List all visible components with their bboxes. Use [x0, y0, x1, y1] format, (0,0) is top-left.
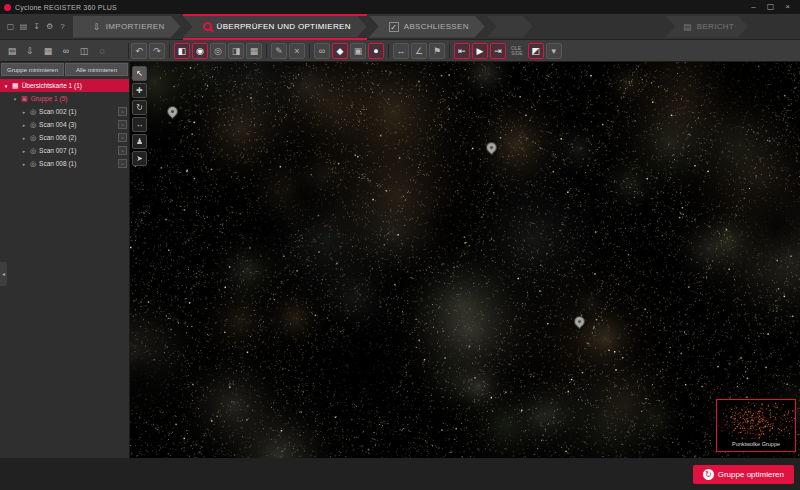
group-icon: ▣ [21, 95, 28, 103]
group-preview-caption: Punktwolke Gruppe [717, 440, 795, 447]
optimize-group-button[interactable]: ↻ Gruppe optimieren [693, 465, 794, 484]
collapse-group-button[interactable]: Gruppe minimieren [1, 63, 64, 76]
project-panel-icon[interactable]: ▤ [4, 43, 20, 59]
tree-item-label: Gruppe 1 (5) [31, 95, 68, 102]
pin-icon[interactable]: ◆ [332, 43, 348, 59]
sidebar-buttons: Gruppe minimieren Alle minimieren [0, 62, 129, 77]
orbit-tool-icon[interactable]: ↻ [132, 100, 147, 115]
status-footer: ↻ Gruppe optimieren [0, 458, 800, 490]
pan-tool-icon[interactable]: ✚ [132, 83, 147, 98]
tree-item-group-1[interactable]: ▾▣Gruppe 1 (5) [0, 92, 129, 105]
seek-prev-icon[interactable]: ⇤ [454, 43, 470, 59]
camera-icon[interactable]: ▣ [350, 43, 366, 59]
split-view-icon[interactable]: ◨ [228, 43, 244, 59]
expander-icon[interactable]: ▸ [21, 109, 27, 115]
toolbar-separator [449, 44, 450, 58]
scan-thumbnail-icon[interactable]: ▫ [118, 146, 127, 155]
tree-item-label: Scan 007 (1) [39, 147, 76, 154]
report-icon: ▤ [683, 22, 692, 32]
stage-ueberpruefen-active[interactable]: ÜBERPRÜFEN UND OPTIMIEREN [183, 14, 367, 40]
tree-item-scan-006[interactable]: ▸◎Scan 006 (2)▫ [0, 131, 129, 144]
measure-distance-icon[interactable]: ↔ [393, 43, 409, 59]
tree-item-scan-002[interactable]: ▸◎Scan 002 (1)▫ [0, 105, 129, 118]
tree-item-scan-008[interactable]: ▸◎Scan 008 (1)▫ [0, 157, 129, 170]
select-tool-icon[interactable]: ↖ [132, 66, 147, 81]
toolbar-separator [388, 44, 389, 58]
workflow-ribbon: ▢▤↧⚙? ⇩ IMPORTIEREN ÜBERPRÜFEN UND OPTIM… [0, 14, 800, 40]
avatar-view-icon[interactable]: ♟ [132, 134, 147, 149]
link-panel-icon[interactable]: ∞ [58, 43, 74, 59]
tree-item-overview-map[interactable]: ▾▦Übersichtskarte 1 (1) [0, 79, 129, 92]
scan-thumbnail-icon[interactable]: ▫ [118, 107, 127, 116]
expander-icon[interactable]: ▸ [21, 135, 27, 141]
measure-tool-icon[interactable]: ↔ [132, 117, 147, 132]
expander-icon[interactable]: ▸ [21, 148, 27, 154]
visual-alignment-icon[interactable]: ◧ [174, 43, 190, 59]
scan-thumbnail-icon[interactable]: ▫ [118, 133, 127, 142]
view-label-line2: SIDE [511, 51, 523, 56]
view-dropdown-icon[interactable]: ▾ [546, 43, 562, 59]
seek-next-icon[interactable]: ⇥ [490, 43, 506, 59]
new-project-icon[interactable]: ▢ [5, 21, 16, 32]
auto-cloud-icon[interactable]: ◉ [192, 43, 208, 59]
grid-view-icon[interactable]: ▦ [246, 43, 262, 59]
view-icon-strip: ◩▾ [528, 43, 562, 59]
measure-angle-icon[interactable]: ∠ [411, 43, 427, 59]
search-panel-icon[interactable]: ◌ [94, 43, 110, 59]
expander-icon[interactable]: ▾ [3, 83, 9, 89]
expander-icon[interactable]: ▸ [21, 161, 27, 167]
view-mode-icon[interactable]: ◩ [528, 43, 544, 59]
maximize-button[interactable]: ▢ [762, 0, 779, 14]
collapse-all-button[interactable]: Alle minimieren [65, 63, 128, 76]
viewport-3d[interactable]: ↖✚↻↔♟➤ Punktwolke Gruppe [130, 62, 800, 458]
scan-icon: ◎ [30, 147, 36, 155]
scan-thumbnail-icon[interactable]: ▫ [118, 120, 127, 129]
redo-icon[interactable]: ↷ [149, 43, 165, 59]
minimize-button[interactable]: – [745, 0, 762, 14]
expander-icon[interactable]: ▾ [12, 96, 18, 102]
close-button[interactable]: × [779, 0, 796, 14]
tool-icon-strip: ↶↷◧◉◎◨▦✎×∞◆▣●↔∠⚑⇤▶⇥ [131, 43, 506, 59]
undo-icon[interactable]: ↶ [131, 43, 147, 59]
tree-item-label: Scan 006 (2) [39, 134, 76, 141]
main-toolbar: ▤⇩▦∞◫◌ ↶↷◧◉◎◨▦✎×∞◆▣●↔∠⚑⇤▶⇥ OLE SIDE ◩▾ [0, 40, 800, 62]
import-icon: ⇩ [93, 22, 101, 32]
toolbar-separator [266, 44, 267, 58]
scan-thumbnail-icon[interactable]: ▫ [118, 159, 127, 168]
magnifier-icon [203, 22, 212, 31]
expander-icon[interactable]: ▸ [21, 122, 27, 128]
toolbar-separator [309, 44, 310, 58]
target-registration-icon[interactable]: ◎ [210, 43, 226, 59]
import-panel-icon[interactable]: ⇩ [22, 43, 38, 59]
pano-icon[interactable]: ● [368, 43, 384, 59]
stage-abschliessen[interactable]: ✓ ABSCHLIESSEN [369, 16, 485, 38]
tree-item-label: Übersichtskarte 1 (1) [22, 82, 82, 89]
open-project-icon[interactable]: ▤ [18, 21, 29, 32]
group-preview-thumbnail[interactable]: Punktwolke Gruppe [716, 399, 796, 452]
play-icon[interactable]: ▶ [472, 43, 488, 59]
annotation-icon[interactable]: ⚑ [429, 43, 445, 59]
delete-icon[interactable]: × [289, 43, 305, 59]
navigate-tool-icon[interactable]: ➤ [132, 151, 147, 166]
title-bar: Cyclone REGISTER 360 PLUS – ▢ × [0, 0, 800, 14]
point-cloud-canvas[interactable] [130, 62, 800, 458]
eraser-icon[interactable]: ✎ [271, 43, 287, 59]
tree-item-scan-007[interactable]: ▸◎Scan 007 (1)▫ [0, 144, 129, 157]
optimize-label: Gruppe optimieren [718, 470, 784, 479]
save-project-icon[interactable]: ↧ [31, 21, 42, 32]
stage-importieren[interactable]: ⇩ IMPORTIEREN [73, 16, 181, 38]
settings-icon[interactable]: ⚙ [44, 21, 55, 32]
sidebar-collapse-handle[interactable]: ◂ [0, 262, 7, 286]
view-side-label: OLE SIDE [511, 46, 523, 56]
tree-item-scan-004[interactable]: ▸◎Scan 004 (3)▫ [0, 118, 129, 131]
project-sidebar: Gruppe minimieren Alle minimieren ▾▦Über… [0, 62, 130, 458]
sitemap-panel-icon[interactable]: ▦ [40, 43, 56, 59]
link-icon[interactable]: ∞ [314, 43, 330, 59]
tree-item-label: Scan 004 (3) [39, 121, 76, 128]
check-icon: ✓ [389, 22, 399, 32]
stage-label: ABSCHLIESSEN [404, 22, 469, 31]
bundle-panel-icon[interactable]: ◫ [76, 43, 92, 59]
stage-bericht[interactable]: ▤ BERICHT [665, 16, 748, 38]
help-icon[interactable]: ? [57, 21, 68, 32]
scan-icon: ◎ [30, 108, 36, 116]
